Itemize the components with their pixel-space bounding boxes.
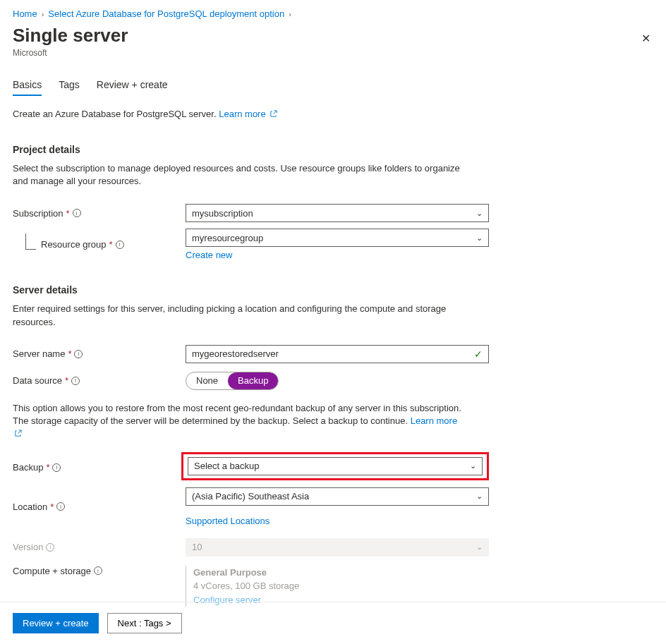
check-icon: ✓ — [474, 348, 483, 360]
close-icon[interactable]: ✕ — [641, 32, 650, 45]
chevron-down-icon: ⌄ — [470, 461, 476, 470]
server-details-heading: Server details — [13, 284, 666, 296]
external-link-icon — [270, 109, 277, 120]
page-title: Single server — [13, 25, 128, 47]
resource-group-label: Resource group* i — [13, 239, 186, 250]
footer: Review + create Next : Tags > — [0, 602, 666, 644]
chevron-down-icon: ⌄ — [476, 542, 483, 552]
compute-storage-label: Compute + storage i — [13, 566, 186, 576]
subscription-label: Subscription* i — [13, 208, 186, 219]
info-icon[interactable]: i — [71, 377, 80, 385]
backup-select[interactable]: Select a backup ⌄ — [188, 457, 483, 475]
backup-label: Backup* i — [13, 462, 186, 473]
next-tags-button[interactable]: Next : Tags > — [107, 613, 182, 633]
learn-more-link[interactable]: Learn more — [219, 109, 265, 119]
create-new-link[interactable]: Create new — [186, 250, 232, 260]
supported-locations-link[interactable]: Supported Locations — [186, 516, 270, 526]
project-details-desc: Select the subscription to manage deploy… — [13, 162, 464, 188]
version-select: 10 ⌄ — [186, 538, 489, 557]
tab-basics[interactable]: Basics — [13, 79, 42, 96]
info-icon[interactable]: i — [94, 566, 102, 575]
breadcrumb-parent[interactable]: Select Azure Database for PostgreSQL dep… — [48, 8, 284, 19]
data-source-none[interactable]: None — [186, 372, 228, 389]
compute-summary: General Purpose 4 vCores, 100 GB storage… — [186, 566, 489, 607]
data-source-backup[interactable]: Backup — [228, 372, 278, 389]
info-icon[interactable]: i — [73, 209, 81, 217]
info-icon[interactable]: i — [56, 502, 65, 511]
compute-tier: General Purpose — [193, 566, 489, 580]
info-icon[interactable]: i — [52, 463, 61, 472]
info-icon[interactable]: i — [116, 241, 124, 249]
page-subtitle: Microsoft — [13, 48, 128, 58]
compute-spec: 4 vCores, 100 GB storage — [193, 579, 489, 593]
restore-desc: This option allows you to restore from t… — [13, 402, 464, 441]
location-select[interactable]: (Asia Pacific) Southeast Asia ⌄ — [186, 487, 489, 506]
tab-tags[interactable]: Tags — [59, 79, 80, 96]
chevron-down-icon: ⌄ — [476, 492, 483, 501]
breadcrumb: Home › Select Azure Database for Postgre… — [13, 8, 666, 19]
server-name-input[interactable]: mygeorestoredserver ✓ — [186, 345, 489, 363]
review-create-button[interactable]: Review + create — [13, 613, 99, 633]
data-source-toggle: None Backup — [186, 372, 279, 390]
server-details-desc: Enter required settings for this server,… — [13, 303, 464, 328]
info-icon[interactable]: i — [74, 350, 83, 358]
intro-text: Create an Azure Database for PostgreSQL … — [13, 109, 666, 120]
chevron-down-icon: ⌄ — [476, 209, 483, 218]
external-link-icon — [14, 428, 22, 441]
restore-learn-more-link[interactable]: Learn more — [411, 415, 457, 426]
version-label: Version i — [13, 542, 186, 552]
subscription-select[interactable]: mysubscription ⌄ — [186, 204, 489, 222]
tabs: Basics Tags Review + create — [13, 79, 666, 96]
data-source-label: Data source* i — [13, 375, 186, 386]
info-icon: i — [46, 543, 54, 552]
chevron-right-icon: › — [42, 10, 44, 18]
breadcrumb-home[interactable]: Home — [13, 8, 37, 19]
chevron-down-icon: ⌄ — [476, 233, 483, 243]
project-details-heading: Project details — [13, 144, 666, 155]
server-name-label: Server name* i — [13, 348, 186, 359]
backup-highlight: Select a backup ⌄ — [181, 452, 489, 480]
chevron-right-icon: › — [289, 10, 291, 18]
resource-group-select[interactable]: myresourcegroup ⌄ — [186, 229, 489, 247]
location-label: Location* i — [13, 502, 186, 512]
tab-review[interactable]: Review + create — [97, 79, 168, 96]
